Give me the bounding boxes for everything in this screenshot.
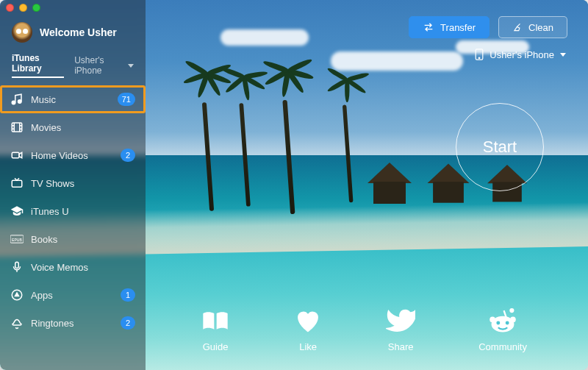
tv-icon: [10, 177, 24, 190]
avatar: [12, 22, 32, 43]
like-button[interactable]: Like: [293, 307, 323, 352]
chevron-down-icon: [128, 64, 134, 68]
book-open-icon: [201, 307, 230, 334]
app-window: Welcome Usher iTunes Library Usher's iPh…: [0, 0, 588, 370]
svg-rect-4: [12, 180, 22, 187]
sidebar-item-itunes-u[interactable]: iTunes U: [0, 197, 146, 225]
guide-button[interactable]: Guide: [201, 307, 230, 352]
clean-button[interactable]: Clean: [498, 16, 567, 38]
chevron-down-icon: [560, 53, 566, 57]
sidebar-item-voice-memos[interactable]: Voice Memos: [0, 253, 146, 281]
svg-point-10: [478, 57, 480, 59]
film-icon: [10, 121, 24, 134]
svg-rect-7: [15, 262, 19, 268]
music-note-icon: [10, 93, 24, 106]
phone-icon: [475, 49, 484, 60]
svg-rect-2: [12, 123, 22, 132]
svg-point-0: [12, 101, 15, 104]
svg-point-1: [18, 100, 22, 104]
device-label: Usher's iPhone: [490, 49, 554, 60]
welcome-text: Welcome Usher: [40, 26, 117, 38]
epub-icon: EPUB: [10, 232, 24, 246]
button-label: Clean: [528, 22, 553, 33]
community-button[interactable]: Community: [478, 307, 527, 352]
microphone-icon: [10, 260, 24, 274]
count-badge: 2: [121, 316, 135, 330]
top-actions: Transfer Clean: [409, 16, 567, 38]
twitter-icon: [386, 307, 415, 334]
apps-icon: [10, 288, 24, 302]
heart-icon: [293, 307, 323, 334]
tab-device[interactable]: Usher's iPhone: [74, 53, 134, 78]
sidebar-item-label: iTunes U: [31, 206, 69, 217]
action-label: Share: [388, 341, 414, 352]
tab-itunes-library[interactable]: iTunes Library: [12, 53, 64, 78]
sidebar-item-label: Home Videos: [31, 150, 88, 161]
sidebar-item-movies[interactable]: Movies: [0, 113, 146, 141]
svg-point-11: [509, 308, 514, 313]
window-minimize-button[interactable]: [19, 4, 27, 12]
sidebar-item-label: Music: [31, 94, 56, 105]
broom-icon: [512, 22, 523, 32]
sidebar-item-home-videos[interactable]: Home Videos 2: [0, 141, 146, 169]
sidebar-items: Music 71 Movies Home Videos: [0, 85, 146, 337]
sidebar-item-tv-shows[interactable]: TV Shows: [0, 169, 146, 197]
svg-point-15: [496, 321, 500, 325]
sidebar-item-music[interactable]: Music 71: [0, 85, 146, 113]
sidebar-item-label: Ringtones: [31, 318, 74, 329]
start-button[interactable]: Start: [456, 103, 544, 191]
transfer-button[interactable]: Transfer: [409, 16, 490, 38]
action-label: Guide: [203, 341, 229, 352]
bottom-actions: Guide Like Share Community: [169, 307, 559, 352]
sidebar-item-label: Apps: [31, 290, 53, 301]
titlebar: [0, 0, 588, 15]
button-label: Transfer: [440, 22, 476, 33]
count-badge: 1: [121, 288, 135, 302]
action-label: Like: [299, 341, 317, 352]
count-badge: 71: [118, 93, 135, 106]
count-badge: 2: [121, 149, 135, 162]
window-maximize-button[interactable]: [32, 4, 40, 12]
tab-label: iTunes Library: [12, 53, 64, 74]
action-label: Community: [478, 341, 527, 352]
share-button[interactable]: Share: [386, 307, 415, 352]
svg-point-16: [506, 321, 509, 325]
sidebar-item-label: Movies: [31, 122, 61, 133]
tab-label: Usher's iPhone: [74, 55, 125, 76]
graduation-cap-icon: [10, 204, 24, 218]
svg-point-13: [490, 317, 495, 323]
svg-point-14: [510, 317, 516, 323]
source-tabs: iTunes Library Usher's iPhone: [0, 53, 146, 85]
start-label: Start: [483, 138, 517, 157]
reddit-icon: [488, 307, 517, 334]
user-header: Welcome Usher: [0, 18, 146, 53]
sidebar-item-apps[interactable]: Apps 1: [0, 281, 146, 309]
device-selector[interactable]: Usher's iPhone: [475, 49, 566, 60]
sidebar: Welcome Usher iTunes Library Usher's iPh…: [0, 0, 146, 370]
transfer-icon: [423, 22, 434, 32]
video-camera-icon: [10, 149, 24, 162]
svg-text:EPUB: EPUB: [12, 238, 23, 242]
sidebar-item-label: TV Shows: [31, 178, 74, 189]
sidebar-item-ringtones[interactable]: Ringtones 2: [0, 309, 146, 337]
sidebar-item-label: Books: [31, 234, 57, 245]
sidebar-item-books[interactable]: EPUB Books: [0, 225, 146, 253]
svg-rect-3: [12, 152, 19, 158]
bell-icon: [10, 316, 24, 330]
window-close-button[interactable]: [6, 4, 14, 12]
sidebar-item-label: Voice Memos: [31, 262, 88, 273]
